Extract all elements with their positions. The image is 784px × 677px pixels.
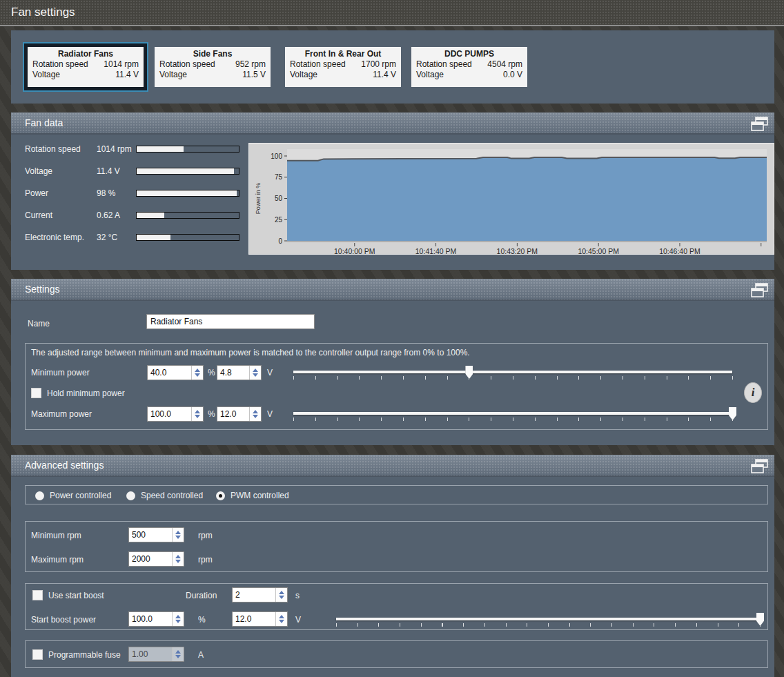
fan-card[interactable]: Radiator Fans Rotation speed1014 rpm Vol… xyxy=(28,47,144,87)
spin-buttons[interactable] xyxy=(172,528,184,542)
spin-down-icon[interactable] xyxy=(279,620,284,623)
maximum-power-percent-input[interactable] xyxy=(148,407,191,421)
spin-down-icon[interactable] xyxy=(253,415,258,418)
fan-card[interactable]: Front In & Rear Out Rotation speed1700 r… xyxy=(285,47,401,87)
spin-up-icon[interactable] xyxy=(253,410,258,413)
rotation-speed-value: 1014 rpm xyxy=(97,144,132,154)
radio-dot[interactable] xyxy=(35,491,44,500)
svg-text:10:45:00 PM: 10:45:00 PM xyxy=(578,247,619,254)
svg-text:Power in %: Power in % xyxy=(255,183,262,215)
electronic-temp-gauge xyxy=(136,234,239,241)
spin-buttons[interactable] xyxy=(191,407,203,421)
minimum-rpm-input[interactable] xyxy=(129,528,172,542)
spin-up-icon[interactable] xyxy=(175,650,181,654)
spin-down-icon[interactable] xyxy=(195,415,200,418)
fan-card[interactable]: DDC PUMPS Rotation speed4504 rpm Voltage… xyxy=(411,47,527,87)
radio-power-controlled[interactable]: Power controlled xyxy=(35,491,111,500)
minimum-power-percent-input[interactable] xyxy=(148,366,191,380)
slider-track[interactable] xyxy=(293,412,732,415)
start-boost-slider[interactable] xyxy=(336,613,760,628)
spin-buttons[interactable] xyxy=(172,552,184,566)
slider-track[interactable] xyxy=(293,371,732,373)
use-start-boost-checkbox[interactable] xyxy=(32,590,43,600)
gauge-fill xyxy=(137,168,234,174)
duration-spinner[interactable] xyxy=(232,587,288,602)
fan-card-ddc-pumps[interactable]: DDC PUMPS Rotation speed4504 rpm Voltage… xyxy=(411,47,527,87)
spin-down-icon[interactable] xyxy=(175,560,181,563)
start-boost-volts-input[interactable] xyxy=(233,612,275,626)
fan-card[interactable]: Side Fans Rotation speed952 rpm Voltage1… xyxy=(155,47,271,87)
fuse-current-spinner[interactable] xyxy=(128,647,184,662)
minimum-power-volts-input[interactable] xyxy=(217,366,249,380)
start-boost-percent-spinner[interactable] xyxy=(128,611,184,627)
duration-input[interactable] xyxy=(233,588,275,602)
volts-unit: V xyxy=(295,615,301,625)
start-boost-volts-spinner[interactable] xyxy=(232,611,288,627)
spin-down-icon[interactable] xyxy=(175,536,181,539)
fan-cards-panel: Radiator Fans Rotation speed1014 rpm Vol… xyxy=(11,30,774,104)
fan-card-radiator-fans[interactable]: Radiator Fans Rotation speed1014 rpm Vol… xyxy=(23,42,148,92)
fan-card-title: Side Fans xyxy=(155,48,271,59)
fan-card-side-fans[interactable]: Side Fans Rotation speed952 rpm Voltage1… xyxy=(155,47,271,87)
spin-up-icon[interactable] xyxy=(175,531,181,534)
spin-buttons[interactable] xyxy=(275,612,287,626)
programmable-fuse-checkbox[interactable] xyxy=(32,649,43,660)
voltage-label: Voltage xyxy=(32,70,60,80)
info-icon[interactable]: i xyxy=(744,382,762,403)
spin-buttons[interactable] xyxy=(191,366,203,380)
fan-name-input[interactable] xyxy=(146,314,315,329)
minimum-power-percent-spinner[interactable] xyxy=(147,365,204,380)
radio-pwm-controlled[interactable]: PWM controlled xyxy=(216,491,289,500)
slider-track[interactable] xyxy=(336,618,760,620)
start-boost-percent-input[interactable] xyxy=(129,612,172,626)
voltage-value: 11.4 V xyxy=(97,166,120,176)
svg-text:10:46:40 PM: 10:46:40 PM xyxy=(659,247,700,254)
popout-window-icon[interactable] xyxy=(751,283,769,297)
rotation-speed-label: Rotation speed xyxy=(32,59,88,70)
maximum-power-slider[interactable] xyxy=(293,407,732,422)
spin-up-icon[interactable] xyxy=(175,555,181,558)
minimum-power-volts-spinner[interactable] xyxy=(217,365,262,380)
spin-buttons[interactable] xyxy=(249,407,261,421)
spin-up-icon[interactable] xyxy=(253,369,258,372)
voltage-value: 11.4 V xyxy=(115,70,139,80)
spin-down-icon[interactable] xyxy=(253,373,258,377)
spin-up-icon[interactable] xyxy=(279,615,284,618)
popout-window-icon[interactable] xyxy=(751,117,769,131)
spin-buttons[interactable] xyxy=(172,612,184,626)
maximum-power-volts-spinner[interactable] xyxy=(217,406,262,422)
fan-card-front-rear[interactable]: Front In & Rear Out Rotation speed1700 r… xyxy=(285,47,401,87)
spin-buttons[interactable] xyxy=(275,588,287,602)
advanced-settings-section: Advanced settings Power controlled Speed… xyxy=(11,455,774,677)
spin-buttons[interactable] xyxy=(249,366,261,380)
spin-down-icon[interactable] xyxy=(279,596,284,599)
radio-dot[interactable] xyxy=(216,491,225,500)
radio-label: Speed controlled xyxy=(141,491,203,500)
spin-down-icon[interactable] xyxy=(175,655,181,658)
hold-minimum-power-checkbox[interactable] xyxy=(31,388,41,398)
maximum-rpm-input[interactable] xyxy=(129,552,172,566)
radio-speed-controlled[interactable]: Speed controlled xyxy=(126,491,203,500)
gauge-fill xyxy=(137,146,184,152)
fuse-current-input[interactable] xyxy=(129,647,172,661)
minimum-rpm-spinner[interactable] xyxy=(128,527,184,542)
minimum-power-slider[interactable] xyxy=(293,366,732,381)
spin-buttons[interactable] xyxy=(172,647,184,661)
spin-down-icon[interactable] xyxy=(175,620,181,623)
radio-dot[interactable] xyxy=(126,491,135,500)
maximum-power-volts-input[interactable] xyxy=(217,407,249,421)
spin-up-icon[interactable] xyxy=(175,615,181,618)
advanced-settings-header: Advanced settings xyxy=(11,455,774,477)
popout-window-icon[interactable] xyxy=(751,459,769,473)
spin-up-icon[interactable] xyxy=(195,369,200,372)
current-value: 0.62 A xyxy=(97,210,120,220)
spin-up-icon[interactable] xyxy=(279,591,284,594)
fan-data-header: Fan data xyxy=(11,112,774,135)
electronic-temp-value: 32 °C xyxy=(97,233,117,242)
settings-header: Settings xyxy=(11,279,774,301)
spin-down-icon[interactable] xyxy=(195,373,200,377)
spin-up-icon[interactable] xyxy=(195,410,200,413)
maximum-power-percent-spinner[interactable] xyxy=(147,406,204,422)
maximum-rpm-spinner[interactable] xyxy=(128,551,184,567)
percent-unit: % xyxy=(208,368,215,377)
